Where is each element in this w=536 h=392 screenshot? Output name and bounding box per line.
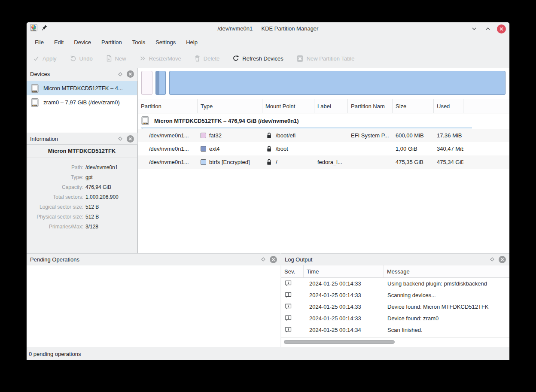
titlebar[interactable]: /dev/nvme0n1 — KDE Partition Manager — [27, 22, 509, 35]
partition-row-efi[interactable]: /dev/nvme0n1... fat32 /boot/efi EFI Syst… — [138, 129, 509, 142]
close-panel-icon[interactable] — [127, 70, 134, 78]
partition-segment-ext4[interactable] — [155, 71, 166, 95]
information-panel-title: Information — [30, 136, 117, 142]
menu-edit[interactable]: Edit — [49, 37, 68, 47]
partition-name — [348, 142, 393, 155]
new-partition-table-button[interactable]: New Partition Table — [296, 55, 355, 62]
maximize-button[interactable] — [483, 24, 493, 33]
window-title: /dev/nvme0n1 — KDE Partition Manager — [27, 22, 509, 35]
log-column-message[interactable]: Message — [384, 265, 509, 277]
information-panel-header: Information — [27, 133, 137, 145]
new-button[interactable]: New — [106, 55, 126, 62]
menu-settings[interactable]: Settings — [151, 37, 180, 47]
group-underline — [141, 128, 472, 128]
partition-path: /dev/nvme0n1... — [138, 129, 198, 142]
log-message: Scan finished. — [384, 324, 509, 336]
toolbar: Apply Undo New Resize/Move Delete Refres… — [27, 49, 509, 68]
apply-button[interactable]: Apply — [33, 55, 57, 62]
column-partition-name[interactable]: Partition Nam — [348, 99, 393, 113]
partition-used: 340,47 MiB — [434, 142, 463, 155]
device-item-micron[interactable]: Micron MTFDKCD512TFK – 4... — [27, 81, 137, 95]
refresh-devices-button[interactable]: Refresh Devices — [232, 55, 283, 62]
partition-path: /dev/nvme0n1... — [138, 155, 198, 169]
info-field-label: Path: — [27, 164, 83, 170]
partition-used: 17,36 MiB — [434, 129, 463, 142]
partition-segment-btrfs[interactable] — [169, 71, 506, 95]
info-field-value: 512 B — [85, 204, 99, 210]
lock-icon — [266, 145, 272, 152]
delete-button[interactable]: Delete — [194, 55, 220, 62]
partition-size: 1,00 GiB — [393, 142, 434, 155]
column-type[interactable]: Type — [198, 99, 262, 113]
column-mount-point[interactable]: Mount Point — [262, 99, 314, 113]
information-panel: Micron MTFDKCD512TFK Path:/dev/nvme0n1 T… — [27, 145, 137, 253]
info-bubble-icon — [285, 327, 292, 333]
hard-drive-icon — [30, 98, 40, 107]
scrollbar-thumb[interactable] — [284, 340, 395, 344]
menu-partition[interactable]: Partition — [97, 37, 127, 47]
menu-tools[interactable]: Tools — [128, 37, 150, 47]
partition-table-area: Partition Type Mount Point Label Partiti… — [137, 68, 509, 253]
menu-device[interactable]: Device — [69, 37, 96, 47]
log-message: Device found: zram0 — [384, 313, 509, 324]
menu-file[interactable]: File — [30, 37, 49, 47]
column-size[interactable]: Size — [393, 99, 434, 113]
partition-size: 475,35 GiB — [393, 155, 434, 169]
column-label[interactable]: Label — [314, 99, 348, 113]
partition-row-boot[interactable]: /dev/nvme0n1... ext4 /boot 1,00 GiB 340,… — [138, 142, 509, 155]
log-row[interactable]: 2024-01-25 00:14:33 Device found: zram0 — [281, 313, 509, 324]
table-right-separator — [504, 99, 504, 253]
partition-label — [314, 129, 348, 142]
menubar: File Edit Device Partition Tools Setting… — [27, 35, 509, 49]
log-row[interactable]: 2024-01-25 00:14:33 Device found: Micron… — [281, 301, 509, 313]
devices-panel-header: Devices — [27, 68, 137, 80]
filesystem-type: fat32 — [209, 132, 222, 139]
log-time: 2024-01-25 00:14:33 — [304, 313, 384, 324]
partition-label: fedora_l... — [314, 155, 348, 169]
close-button[interactable] — [497, 24, 506, 33]
partition-used: 475,34 GiB — [434, 155, 463, 169]
log-column-severity[interactable]: Sev. — [281, 265, 304, 277]
device-item-label: zram0 – 7,97 GiB (/dev/zram0) — [43, 99, 120, 106]
info-field-label: Total sectors: — [27, 194, 83, 200]
column-partition[interactable]: Partition — [138, 99, 198, 113]
menu-help[interactable]: Help — [181, 37, 202, 47]
float-panel-icon[interactable] — [489, 256, 495, 262]
device-group-row[interactable]: Micron MTFDKCD512TFK – 476,94 GiB (/dev/… — [138, 113, 509, 128]
kde-partition-manager-window: /dev/nvme0n1 — KDE Partition Manager Fil… — [27, 22, 509, 360]
float-panel-icon[interactable] — [117, 71, 123, 77]
new-file-icon — [106, 55, 112, 62]
partition-segment-fat32[interactable] — [141, 71, 152, 95]
info-field-value: 1.000.206.900 — [85, 194, 119, 200]
close-panel-icon[interactable] — [127, 135, 134, 143]
undo-button[interactable]: Undo — [70, 55, 93, 62]
pending-operations-title: Pending Operations — [30, 256, 260, 263]
statusbar: 0 pending operations — [27, 348, 509, 360]
device-item-zram0[interactable]: zram0 – 7,97 GiB (/dev/zram0) — [27, 95, 137, 109]
log-row[interactable]: 2024-01-25 00:14:34 Scan finished. — [281, 324, 509, 336]
lock-icon — [266, 158, 272, 166]
info-field-label: Type: — [27, 174, 83, 180]
log-message: Scanning devices... — [384, 289, 509, 301]
column-used[interactable]: Used — [434, 99, 463, 113]
info-field-value: /dev/nvme0n1 — [85, 164, 118, 170]
close-panel-icon[interactable] — [270, 256, 277, 263]
minimize-button[interactable] — [469, 24, 479, 33]
refresh-icon — [232, 55, 239, 62]
log-row[interactable]: 2024-01-25 00:14:33 Scanning devices... — [281, 289, 509, 301]
partition-row-root[interactable]: /dev/nvme0n1... btrfs [Encrypted] / fedo… — [138, 155, 509, 169]
log-row[interactable]: 2024-01-25 00:14:33 Using backend plugin… — [281, 278, 509, 289]
pending-operations-count: 0 pending operations — [29, 351, 81, 357]
partition-table-header: Partition Type Mount Point Label Partiti… — [138, 99, 509, 113]
info-bubble-icon — [285, 280, 292, 287]
float-panel-icon[interactable] — [117, 136, 123, 142]
horizontal-scrollbar[interactable] — [281, 337, 509, 346]
used-space-stripe — [156, 71, 159, 94]
trash-icon — [194, 55, 201, 62]
mount-point: /boot/efi — [276, 132, 295, 139]
info-field-label: Capacity: — [27, 184, 83, 190]
log-column-time[interactable]: Time — [304, 265, 384, 277]
float-panel-icon[interactable] — [260, 256, 266, 262]
close-panel-icon[interactable] — [499, 256, 506, 263]
resize-move-button[interactable]: Resize/Move — [139, 55, 181, 62]
